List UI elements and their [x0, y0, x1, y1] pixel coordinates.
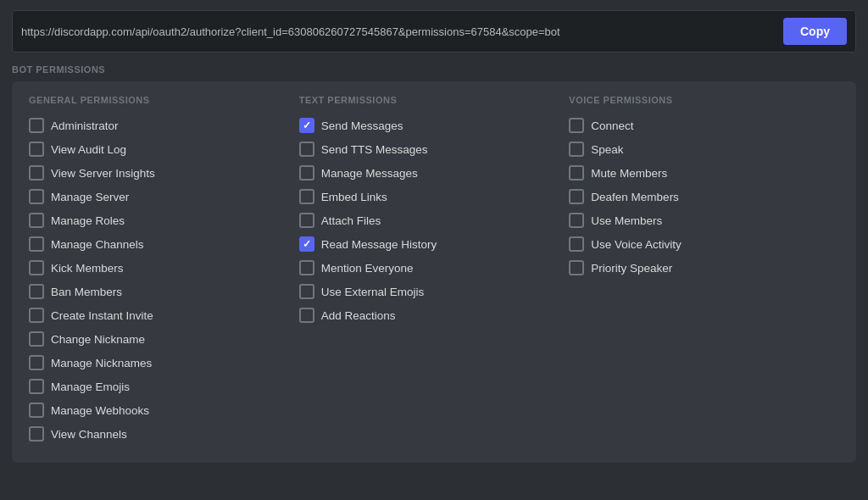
checkbox-general-10[interactable] [29, 355, 44, 370]
permission-label-general-5: Manage Channels [51, 238, 144, 251]
permissions-column-voice: VOICE PERMISSIONSConnectSpeakMute Member… [569, 95, 839, 446]
permission-item-general-1[interactable]: View Audit Log [29, 137, 299, 161]
column-title-general: GENERAL PERMISSIONS [29, 95, 299, 105]
permission-label-general-1: View Audit Log [51, 143, 126, 156]
checkbox-general-9[interactable] [29, 331, 44, 347]
permission-label-voice-2: Mute Members [591, 167, 667, 180]
permissions-box: GENERAL PERMISSIONSAdministratorView Aud… [12, 81, 856, 463]
permission-item-general-10[interactable]: Manage Nicknames [29, 351, 299, 375]
permission-item-voice-3[interactable]: Deafen Members [569, 185, 839, 208]
checkbox-general-2[interactable] [29, 165, 44, 181]
permission-label-general-9: Change Nickname [51, 333, 145, 346]
permission-item-general-7[interactable]: Ban Members [29, 280, 299, 303]
permission-item-text-3[interactable]: Embed Links [299, 185, 570, 208]
checkbox-text-6[interactable] [299, 260, 314, 275]
permission-item-voice-5[interactable]: Use Voice Activity [569, 232, 839, 256]
permission-item-general-3[interactable]: Manage Server [29, 185, 299, 208]
permission-label-voice-1: Speak [591, 143, 623, 156]
permission-label-text-6: Mention Everyone [321, 262, 414, 275]
permission-item-voice-0[interactable]: Connect [569, 114, 839, 137]
checkbox-general-12[interactable] [29, 403, 44, 418]
permission-label-general-2: View Server Insights [51, 167, 155, 180]
checkbox-text-7[interactable] [299, 284, 314, 299]
permission-label-text-5: Read Message History [321, 238, 437, 251]
permission-item-text-0[interactable]: Send Messages [299, 114, 570, 137]
permission-item-general-0[interactable]: Administrator [29, 114, 299, 137]
permission-label-text-4: Attach Files [321, 214, 381, 227]
checkbox-voice-3[interactable] [569, 189, 584, 204]
permission-label-voice-3: Deafen Members [591, 191, 679, 203]
permission-item-voice-2[interactable]: Mute Members [569, 161, 839, 185]
checkbox-voice-6[interactable] [569, 260, 584, 275]
permission-label-text-2: Manage Messages [321, 167, 418, 180]
permission-label-general-3: Manage Server [51, 191, 129, 203]
permission-label-general-4: Manage Roles [51, 214, 125, 227]
permission-label-voice-5: Use Voice Activity [591, 238, 682, 251]
permission-label-general-13: View Channels [51, 428, 127, 441]
permission-item-general-12[interactable]: Manage Webhooks [29, 398, 299, 422]
checkbox-text-1[interactable] [299, 142, 314, 157]
checkbox-voice-0[interactable] [569, 118, 584, 133]
permission-label-voice-4: Use Members [591, 214, 662, 227]
checkbox-text-3[interactable] [299, 189, 314, 204]
checkbox-general-13[interactable] [29, 426, 44, 442]
permission-label-text-0: Send Messages [321, 119, 403, 132]
permission-item-text-8[interactable]: Add Reactions [299, 303, 570, 327]
checkbox-text-5[interactable] [299, 236, 314, 252]
permission-item-voice-1[interactable]: Speak [569, 137, 839, 161]
url-bar: https://discordapp.com/api/oauth2/author… [12, 10, 856, 53]
checkbox-text-4[interactable] [299, 213, 314, 228]
permission-label-general-8: Create Instant Invite [51, 309, 153, 322]
url-display: https://discordapp.com/api/oauth2/author… [21, 25, 775, 38]
checkbox-general-6[interactable] [29, 260, 44, 275]
permission-item-text-7[interactable]: Use External Emojis [299, 280, 570, 303]
bot-permissions-label: BOT PERMISSIONS [12, 64, 856, 75]
permission-label-text-8: Add Reactions [321, 309, 396, 322]
permission-item-general-13[interactable]: View Channels [29, 422, 299, 446]
permission-item-text-4[interactable]: Attach Files [299, 208, 570, 232]
permission-label-general-6: Kick Members [51, 262, 124, 275]
permission-label-general-0: Administrator [51, 119, 119, 132]
permission-item-general-4[interactable]: Manage Roles [29, 208, 299, 232]
checkbox-text-2[interactable] [299, 165, 314, 181]
permissions-column-text: TEXT PERMISSIONSSend MessagesSend TTS Me… [299, 95, 570, 446]
permission-item-general-5[interactable]: Manage Channels [29, 232, 299, 256]
checkbox-text-8[interactable] [299, 308, 314, 323]
permission-item-general-8[interactable]: Create Instant Invite [29, 303, 299, 327]
checkbox-voice-1[interactable] [569, 142, 584, 157]
checkbox-voice-5[interactable] [569, 236, 584, 252]
permission-item-voice-4[interactable]: Use Members [569, 208, 839, 232]
checkbox-general-7[interactable] [29, 284, 44, 299]
permission-item-text-2[interactable]: Manage Messages [299, 161, 570, 185]
permission-item-text-6[interactable]: Mention Everyone [299, 256, 570, 280]
checkbox-general-0[interactable] [29, 118, 44, 133]
permission-label-text-3: Embed Links [321, 191, 387, 203]
permission-label-voice-6: Priority Speaker [591, 262, 672, 275]
permissions-grid: GENERAL PERMISSIONSAdministratorView Aud… [29, 95, 839, 446]
permission-label-general-12: Manage Webhooks [51, 404, 149, 417]
copy-button[interactable]: Copy [783, 18, 847, 45]
checkbox-general-1[interactable] [29, 142, 44, 157]
permission-item-general-6[interactable]: Kick Members [29, 256, 299, 280]
checkbox-general-3[interactable] [29, 189, 44, 204]
permission-item-general-9[interactable]: Change Nickname [29, 327, 299, 351]
permission-item-general-11[interactable]: Manage Emojis [29, 375, 299, 398]
bot-permissions-section: BOT PERMISSIONS GENERAL PERMISSIONSAdmin… [12, 64, 856, 463]
checkbox-voice-2[interactable] [569, 165, 584, 181]
permission-label-text-7: Use External Emojis [321, 286, 425, 298]
permission-item-general-2[interactable]: View Server Insights [29, 161, 299, 185]
checkbox-general-11[interactable] [29, 379, 44, 394]
permissions-column-general: GENERAL PERMISSIONSAdministratorView Aud… [29, 95, 299, 446]
permission-label-general-11: Manage Emojis [51, 381, 130, 393]
checkbox-general-5[interactable] [29, 236, 44, 252]
permission-label-text-1: Send TTS Messages [321, 143, 428, 156]
permission-item-text-5[interactable]: Read Message History [299, 232, 570, 256]
checkbox-general-8[interactable] [29, 308, 44, 323]
checkbox-text-0[interactable] [299, 118, 314, 133]
column-title-voice: VOICE PERMISSIONS [569, 95, 839, 105]
permission-label-voice-0: Connect [591, 119, 633, 132]
permission-item-text-1[interactable]: Send TTS Messages [299, 137, 570, 161]
checkbox-voice-4[interactable] [569, 213, 584, 228]
permission-item-voice-6[interactable]: Priority Speaker [569, 256, 839, 280]
checkbox-general-4[interactable] [29, 213, 44, 228]
